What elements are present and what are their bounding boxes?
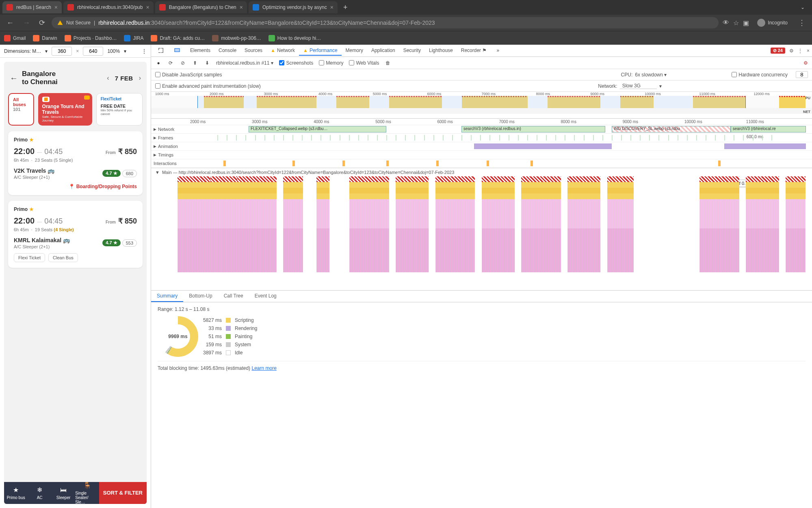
js-frame[interactable] bbox=[567, 193, 600, 199]
js-frame[interactable] bbox=[283, 188, 303, 193]
devtools-panel-tab[interactable]: ▲ Performance bbox=[299, 46, 342, 56]
task-segment[interactable] bbox=[607, 176, 634, 182]
render-frame[interactable] bbox=[283, 199, 303, 272]
js-frame[interactable] bbox=[349, 182, 389, 188]
render-frame[interactable] bbox=[316, 199, 330, 272]
interactions-track[interactable]: Interactions bbox=[151, 159, 812, 168]
render-frame[interactable] bbox=[482, 199, 515, 272]
panels-overflow-icon[interactable]: » bbox=[492, 46, 503, 56]
issues-badge[interactable]: ⊘ 24 bbox=[771, 48, 785, 54]
boarding-points-link[interactable]: 📍Boarding/Dropping Points bbox=[14, 184, 137, 189]
render-frame[interactable] bbox=[237, 199, 277, 272]
js-frame[interactable] bbox=[178, 193, 210, 199]
filter-item[interactable]: ★Primo bus bbox=[4, 482, 28, 504]
task-segment[interactable] bbox=[349, 176, 389, 182]
tbt-learn-more-link[interactable]: Learn more bbox=[251, 365, 276, 371]
summary-tab[interactable]: Event Log bbox=[249, 291, 282, 302]
js-frame[interactable] bbox=[316, 182, 330, 188]
hw-concurrency-input[interactable] bbox=[796, 71, 808, 78]
download-icon[interactable]: ⬇ bbox=[204, 60, 210, 66]
js-frame[interactable] bbox=[607, 188, 634, 193]
panel-icon[interactable]: ▣ bbox=[743, 19, 749, 27]
js-frame[interactable] bbox=[482, 182, 515, 188]
disable-js-checkbox[interactable]: Disable JavaScript samples bbox=[155, 72, 222, 78]
devtools-close-icon[interactable]: × bbox=[807, 48, 810, 54]
chip-all-buses[interactable]: All buses 101 bbox=[8, 93, 34, 126]
render-frame[interactable] bbox=[786, 199, 806, 272]
browser-tab[interactable]: redBus | Search × bbox=[2, 1, 62, 13]
js-frame[interactable] bbox=[237, 193, 277, 199]
interaction-segment[interactable] bbox=[487, 161, 489, 166]
devtools-panel-tab[interactable]: Lighthouse bbox=[425, 46, 457, 56]
js-frame[interactable] bbox=[237, 182, 277, 188]
js-frame[interactable] bbox=[699, 182, 739, 188]
task-segment[interactable] bbox=[521, 176, 561, 182]
address-bar[interactable]: Not Secure | rbhirelocal.redbus.in:3040/… bbox=[52, 17, 719, 28]
dimensions-select[interactable]: Dimensions: M… bbox=[4, 48, 41, 54]
devtools-menu-icon[interactable]: ⋮ bbox=[798, 48, 803, 54]
webvitals-checkbox[interactable]: Web Vitals bbox=[349, 60, 379, 66]
interaction-segment[interactable] bbox=[436, 161, 439, 166]
devtools-panel-tab[interactable]: Recorder ⚑ bbox=[457, 46, 491, 56]
render-frame[interactable] bbox=[521, 199, 561, 272]
screenshots-checkbox[interactable]: Screenshots bbox=[279, 60, 313, 66]
bookmark-item[interactable]: Projects · Dashbo… bbox=[65, 35, 117, 41]
browser-menu-icon[interactable]: ⋮ bbox=[796, 17, 808, 29]
js-frame[interactable] bbox=[746, 188, 779, 193]
js-frame[interactable] bbox=[699, 188, 739, 193]
summary-tab[interactable]: Summary bbox=[151, 291, 183, 302]
js-frame[interactable] bbox=[435, 188, 475, 193]
eye-icon[interactable]: 👁 bbox=[723, 19, 729, 27]
timings-track[interactable]: ▶Timings bbox=[151, 151, 812, 159]
devtools-panel-tab[interactable]: Sources bbox=[240, 46, 266, 56]
date-prev-icon[interactable]: ‹ bbox=[107, 74, 109, 82]
bookmark-item[interactable]: How to develop hi… bbox=[269, 35, 321, 41]
interaction-segment[interactable] bbox=[342, 161, 345, 166]
interaction-segment[interactable] bbox=[223, 161, 226, 166]
timeline-overview[interactable]: 1000 ms2000 ms3000 ms4000 ms5000 ms6000 … bbox=[151, 92, 812, 119]
flamegraph[interactable]: ↖ 31.24 ms (self 0.16 ms) Task bbox=[151, 176, 812, 290]
js-frame[interactable] bbox=[521, 188, 561, 193]
js-frame[interactable] bbox=[786, 193, 806, 199]
js-frame[interactable] bbox=[435, 182, 475, 188]
sort-filter-button[interactable]: SORT & FILTER bbox=[99, 482, 147, 504]
js-frame[interactable] bbox=[396, 182, 429, 188]
recording-select[interactable]: rbhirelocal.redbus.in #11 ▾ bbox=[216, 60, 273, 66]
device-toggle-icon[interactable] bbox=[170, 46, 184, 56]
devtools-panel-tab[interactable]: Application bbox=[367, 46, 399, 56]
summary-tab[interactable]: Bottom-Up bbox=[183, 291, 218, 302]
summary-tab[interactable]: Call Tree bbox=[218, 291, 249, 302]
devtools-panel-tab[interactable]: Memory bbox=[342, 46, 367, 56]
js-frame[interactable] bbox=[521, 193, 561, 199]
cpu-throttle-select[interactable]: 6x slowdown ▾ bbox=[635, 72, 667, 78]
render-frame[interactable] bbox=[699, 199, 739, 272]
render-frame[interactable] bbox=[178, 199, 210, 272]
network-segment[interactable]: FLEXITICKET_Collapsed.webp (s3.rdbu… bbox=[249, 126, 386, 132]
js-frame[interactable] bbox=[699, 193, 739, 199]
devtools-settings-icon[interactable]: ⚙ bbox=[789, 48, 794, 54]
js-frame[interactable] bbox=[786, 182, 806, 188]
tab-close-icon[interactable]: × bbox=[330, 4, 333, 11]
interaction-segment[interactable] bbox=[718, 161, 721, 166]
task-segment[interactable] bbox=[435, 176, 475, 182]
task-segment[interactable] bbox=[482, 176, 515, 182]
bookmark-item[interactable]: JIRA bbox=[124, 35, 143, 41]
devtools-panel-tab[interactable]: Elements bbox=[186, 46, 214, 56]
date-next-icon[interactable]: › bbox=[139, 74, 141, 82]
task-segment[interactable] bbox=[316, 176, 330, 182]
flame-ruler[interactable]: 2000 ms3000 ms4000 ms5000 ms6000 ms7000 … bbox=[151, 119, 812, 125]
js-frame[interactable] bbox=[567, 182, 600, 188]
memory-checkbox[interactable]: Memory bbox=[319, 60, 343, 66]
capture-settings-icon[interactable]: ⚙ bbox=[803, 60, 808, 66]
js-frame[interactable] bbox=[210, 182, 237, 188]
mobile-viewport[interactable]: ← Bangalore to Chennai ‹ 7 FEB › All bus… bbox=[4, 62, 147, 504]
star-icon[interactable]: ☆ bbox=[733, 19, 739, 27]
js-frame[interactable] bbox=[210, 193, 237, 199]
network-segment[interactable]: searchV3 (rbhirelocal.re bbox=[731, 126, 806, 132]
frames-track[interactable]: ▶Frames 600.0 ms bbox=[151, 134, 812, 142]
forward-button[interactable]: → bbox=[20, 17, 32, 29]
network-throttle-select[interactable]: Slow 3G bbox=[620, 83, 657, 89]
interaction-segment[interactable] bbox=[531, 161, 533, 166]
render-frame[interactable] bbox=[435, 199, 475, 272]
js-frame[interactable] bbox=[283, 193, 303, 199]
